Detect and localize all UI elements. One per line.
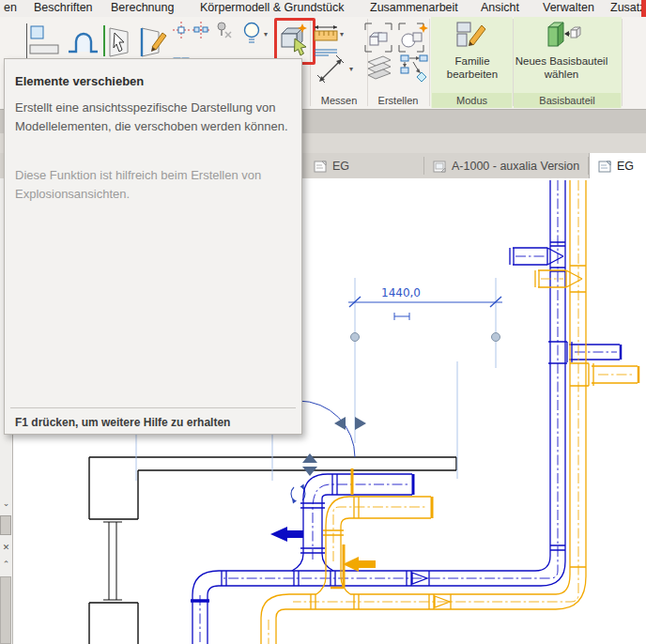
view-tab-label: EG [617,160,634,173]
door-swing-arc [299,401,355,457]
create-walls-button[interactable] [366,54,394,84]
tooltip-footer: F1 drücken, um weitere Hilfe zu erhalten [15,416,230,429]
sheet-view-icon [433,160,446,173]
ribbon-tab-partial[interactable]: en [4,1,17,14]
edit-boundary-icon [134,23,168,59]
uncut-geometry-icon [192,22,209,38]
choose-basis-label[interactable]: Neues Basisbauteilwählen [509,54,614,81]
panel-label-erstellen[interactable]: Erstellen [368,93,428,108]
measure-diagonal-icon [316,54,345,84]
lightbulb-icon [241,21,262,47]
panel-separator [622,19,623,106]
unpin-icon [214,21,233,39]
supply-flow-arrow[interactable] [270,527,303,542]
tooltip-note: Diese Funktion ist hilfreich beim Erstel… [15,166,293,204]
ribbon-tab-zusammenarbeit[interactable]: Zusammenarbeit [370,1,458,14]
grip-dot[interactable] [492,333,500,342]
family-edit-icon [456,22,488,50]
flip-controls[interactable] [302,417,366,476]
ruler-measure-button[interactable] [314,25,338,46]
ribbon-tab-berechnung[interactable]: Berechnung [111,1,174,14]
uncut-geometry-button[interactable] [192,22,209,42]
flip-up-arrow[interactable] [302,453,317,463]
plan-view-icon [598,160,611,173]
view-tab-eg-active[interactable]: EG [589,153,646,178]
chevron-up-icon[interactable]: ⌃ [0,560,12,569]
select-face-button[interactable] [100,23,133,63]
create-flow-icon [400,54,428,83]
component-icon [29,23,61,59]
family-edit-label[interactable]: Familiebearbeiten [434,54,511,81]
component-button[interactable] [29,23,61,63]
ribbon-tab-beschriften[interactable]: Beschriften [34,1,93,14]
close-icon[interactable]: ✕ [0,543,12,552]
create-assembly-icon [398,23,428,53]
choose-basis-label-line2: wählen [509,68,614,81]
family-edit-label-line1: Familie [434,54,511,68]
measure-diagonal-button[interactable] [316,54,345,88]
create-parts-icon [364,23,392,53]
choose-basis-icon [545,21,582,49]
dropdown-caret[interactable]: ▾ [349,66,353,73]
tooltip-title: Elemente verschieben [15,74,144,88]
flip-down-arrow[interactable] [302,467,317,476]
cut-geometry-button[interactable] [173,22,190,42]
dropdown-caret[interactable]: ▾ [340,31,344,38]
edit-boundary-button[interactable] [134,23,168,63]
view-tab-eg-1[interactable]: EG [305,153,423,178]
choose-basis-label-line1: Neues Basisbauteil [509,54,614,68]
create-flow-button[interactable] [400,54,428,86]
strip-box[interactable] [0,515,11,535]
profile-icon [66,23,100,59]
ribbon-tab-row: en Beschriften Berechnung Körpermodell &… [0,0,646,18]
choose-basis-button[interactable] [545,21,582,53]
revit-window: en Beschriften Berechnung Körpermodell &… [0,0,646,644]
toggle-analytical-button[interactable] [241,21,262,51]
ribbon-tab-ansicht[interactable]: Ansicht [481,1,519,14]
dimension-grips[interactable] [351,333,500,342]
flip-right-arrow[interactable] [355,417,366,430]
exhaust-ducts-orange [261,180,638,644]
panel-label-basisbauteil[interactable]: Basisbauteil [514,93,621,108]
ribbon-tab-koerpermodell[interactable]: Körpermodell & Grundstück [200,1,345,14]
tooltip-elemente-verschieben: Elemente verschieben Erstellt eine ansic… [4,58,302,435]
view-tab-label: EG [332,160,349,173]
select-face-icon [100,23,133,59]
dimension[interactable]: 1440,0 [348,286,502,320]
dimension-text[interactable]: 1440,0 [381,286,421,299]
dropdown-caret[interactable]: ▾ [264,31,268,38]
unpin-button[interactable] [214,21,233,43]
scrollbar-thumb[interactable] [0,576,11,644]
chevron-down-icon[interactable]: ⌄ [0,498,12,508]
family-edit-label-line2: bearbeiten [434,68,511,81]
ruler-icon [314,25,338,42]
family-edit-button[interactable] [456,22,488,54]
exhaust-flow-arrow[interactable] [343,557,376,572]
walls [89,457,456,644]
create-assembly-button[interactable] [398,23,428,56]
profile-button[interactable] [66,23,100,63]
tooltip-description: Erstellt eine ansichtsspezifische Darste… [15,99,293,136]
ribbon-tab-verwalten[interactable]: Verwalten [543,1,594,14]
grip-dot[interactable] [351,333,360,342]
create-walls-icon [366,54,394,81]
tooltip-separator [10,407,296,408]
cut-geometry-icon [173,22,190,38]
view-tab-label: A-1000 - auxalia Version [452,160,579,173]
panel-label-messen[interactable]: Messen [312,93,366,108]
panel-label-modus[interactable]: Modus [432,93,512,108]
exhaust-centerlines [269,180,635,644]
panel-separator [429,19,430,106]
create-parts-button[interactable] [364,23,392,56]
plan-view-icon [314,160,327,173]
view-tab-sheet[interactable]: A-1000 - auxalia Version [424,153,588,178]
